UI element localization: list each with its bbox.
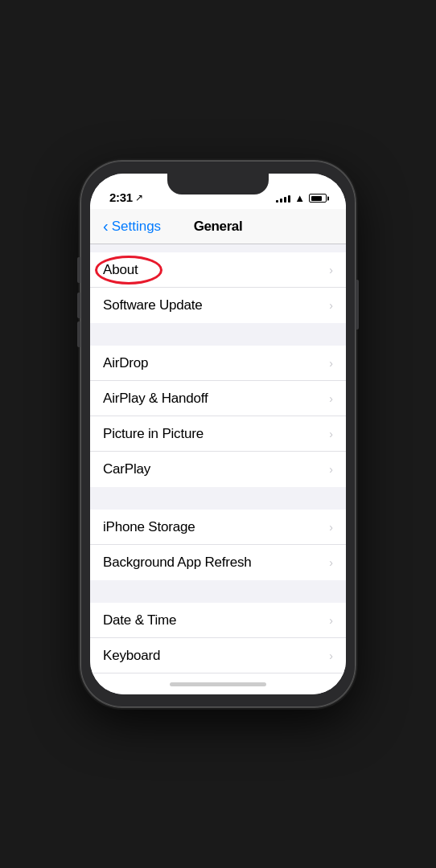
status-icons: ▲ bbox=[276, 192, 327, 204]
row-chevron-software-update: › bbox=[329, 299, 333, 312]
section-system: About › Software Update › bbox=[90, 252, 346, 323]
spacer-3 bbox=[90, 487, 346, 510]
row-label-software-update: Software Update bbox=[103, 297, 329, 313]
settings-row-background-app-refresh[interactable]: Background App Refresh › bbox=[90, 545, 346, 580]
back-label: Settings bbox=[112, 219, 161, 235]
row-label-keyboard: Keyboard bbox=[103, 648, 329, 664]
phone-screen: 2:31 ↗ ▲ ‹ Settings bbox=[90, 174, 346, 694]
row-chevron-airdrop: › bbox=[329, 357, 333, 370]
section-storage: iPhone Storage › Background App Refresh … bbox=[90, 510, 346, 580]
row-label-date-time: Date & Time bbox=[103, 612, 329, 628]
spacer-4 bbox=[90, 580, 346, 603]
row-chevron-carplay: › bbox=[329, 463, 333, 476]
settings-row-carplay[interactable]: CarPlay › bbox=[90, 452, 346, 487]
battery-icon bbox=[309, 194, 327, 203]
row-chevron-airplay-handoff: › bbox=[329, 392, 333, 405]
phone-notch bbox=[167, 174, 269, 194]
row-chevron-keyboard: › bbox=[329, 649, 333, 662]
spacer-top bbox=[90, 244, 346, 252]
settings-row-keyboard[interactable]: Keyboard › bbox=[90, 638, 346, 674]
row-chevron-background-app-refresh: › bbox=[329, 556, 333, 569]
row-label-picture-in-picture: Picture in Picture bbox=[103, 426, 329, 442]
row-chevron-about: › bbox=[329, 264, 333, 276]
row-label-about: About bbox=[103, 262, 329, 278]
settings-row-about[interactable]: About › bbox=[90, 252, 346, 288]
home-indicator bbox=[90, 674, 346, 694]
battery-fill bbox=[311, 196, 323, 201]
row-label-background-app-refresh: Background App Refresh bbox=[103, 555, 329, 571]
back-button[interactable]: ‹ Settings bbox=[103, 219, 161, 235]
settings-row-picture-in-picture[interactable]: Picture in Picture › bbox=[90, 416, 346, 452]
status-time: 2:31 bbox=[109, 190, 133, 204]
settings-row-iphone-storage[interactable]: iPhone Storage › bbox=[90, 510, 346, 545]
row-label-airplay-handoff: AirPlay & Handoff bbox=[103, 391, 329, 407]
home-bar bbox=[170, 682, 266, 686]
row-label-iphone-storage: iPhone Storage bbox=[103, 519, 329, 535]
signal-bar-4 bbox=[288, 195, 290, 203]
section-localization: Date & Time › Keyboard › Fonts › Languag… bbox=[90, 603, 346, 674]
phone-device: 2:31 ↗ ▲ ‹ Settings bbox=[80, 161, 356, 707]
location-icon: ↗ bbox=[135, 192, 143, 203]
signal-bar-1 bbox=[276, 200, 278, 203]
spacer-2 bbox=[90, 323, 346, 346]
nav-bar: ‹ Settings General bbox=[90, 209, 346, 244]
settings-row-airplay-handoff[interactable]: AirPlay & Handoff › bbox=[90, 381, 346, 416]
signal-bar-3 bbox=[284, 197, 286, 203]
page-title: General bbox=[194, 219, 243, 235]
settings-row-software-update[interactable]: Software Update › bbox=[90, 288, 346, 323]
row-label-airdrop: AirDrop bbox=[103, 355, 329, 371]
back-chevron-icon: ‹ bbox=[103, 218, 109, 234]
row-chevron-date-time: › bbox=[329, 614, 333, 627]
settings-content: About › Software Update › AirDrop › AirP… bbox=[90, 244, 346, 674]
settings-row-airdrop[interactable]: AirDrop › bbox=[90, 346, 346, 381]
wifi-icon: ▲ bbox=[294, 192, 305, 204]
signal-bar-2 bbox=[280, 199, 282, 203]
settings-row-date-time[interactable]: Date & Time › bbox=[90, 603, 346, 638]
row-label-carplay: CarPlay bbox=[103, 461, 329, 477]
row-chevron-picture-in-picture: › bbox=[329, 428, 333, 440]
section-connectivity: AirDrop › AirPlay & Handoff › Picture in… bbox=[90, 346, 346, 487]
signal-bars bbox=[276, 194, 290, 203]
row-chevron-iphone-storage: › bbox=[329, 521, 333, 534]
